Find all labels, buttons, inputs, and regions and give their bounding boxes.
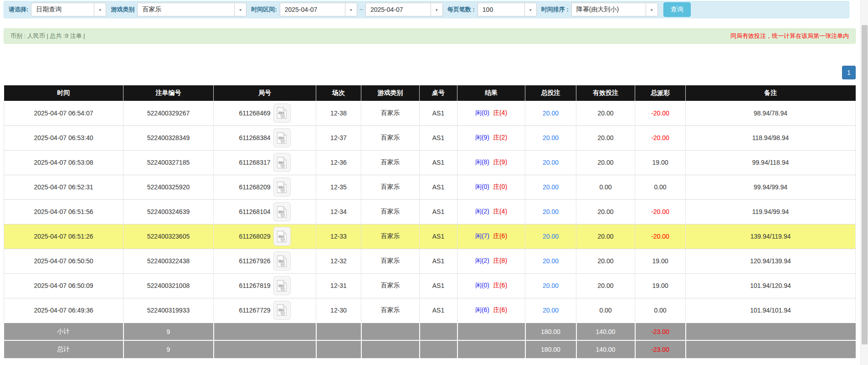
cell-table-no: AS1 <box>420 150 457 175</box>
result-player: 闲(8) <box>475 158 489 166</box>
chevron-down-icon: ▾ <box>234 3 246 16</box>
cell-remark: 98.94/78.94 <box>686 101 856 125</box>
cell-total-bet[interactable]: 20.00 <box>525 249 576 273</box>
round-number: 611267729 <box>239 307 270 314</box>
result-banker: 庄(6) <box>493 282 507 289</box>
summary-empty <box>457 323 525 340</box>
summary-bar: 币别 : 人民币 | 总共 :9 注单 | 同局有效投注，统一计算在该局第一张注… <box>4 28 856 44</box>
select-type-label: 请选择: <box>9 5 28 14</box>
summary-payout: -23.00 <box>635 323 686 340</box>
cell-game-type: 百家乐 <box>361 150 420 175</box>
cell-result: 闲(2) 庄(4) <box>457 199 525 224</box>
cell-bet-id: 522400325920 <box>123 175 214 199</box>
round-number: 611268384 <box>239 134 270 141</box>
table-row: 2025-04-07 06:49:36 522400319933 6112677… <box>4 298 856 323</box>
cell-time: 2025-04-07 06:50:09 <box>4 273 123 298</box>
header-remark: 备注 <box>686 85 856 101</box>
chevron-down-icon: ▾ <box>345 3 357 16</box>
cell-payout: -20.00 <box>635 224 686 249</box>
cell-bet-id: 522400319933 <box>123 298 214 323</box>
table-body: 2025-04-07 06:54:07 522400329267 6112684… <box>4 101 856 323</box>
summary-empty <box>420 340 457 358</box>
query-type-select[interactable]: 日期查询 ▾ <box>31 3 106 16</box>
cell-round: 611267819 <box>214 273 316 298</box>
header-payout: 总派彩 <box>635 85 686 101</box>
scrollbar-thumb[interactable] <box>862 25 868 344</box>
cell-payout: 19.00 <box>635 249 686 273</box>
result-player: 闲(0) <box>475 109 489 116</box>
cell-payout: 0.00 <box>635 298 686 323</box>
cell-bet-id: 522400321008 <box>123 273 214 298</box>
round-number: 611268469 <box>239 110 270 117</box>
video-file-icon <box>277 107 287 119</box>
summary-count: 9 <box>123 323 214 340</box>
summary-total-bet: 180.00 <box>525 340 576 358</box>
result-player: 闲(7) <box>475 232 489 240</box>
summary-row: 小计 9 180.00 140.00 -23.00 <box>4 323 856 340</box>
summary-total-bet: 180.00 <box>525 323 576 340</box>
cell-valid-bet: 20.00 <box>576 273 635 298</box>
cell-total-bet[interactable]: 20.00 <box>525 175 576 199</box>
per-page-value: 100 <box>478 6 524 13</box>
per-page-select[interactable]: 100 ▾ <box>478 3 537 16</box>
game-type-label: 游戏类别 <box>111 5 134 14</box>
result-banker: 庄(4) <box>493 109 507 116</box>
cell-total-bet[interactable]: 20.00 <box>525 224 576 249</box>
time-sort-select[interactable]: 降幂(由大到小) ▾ <box>571 3 658 16</box>
cell-remark: 101.94/120.94 <box>686 273 856 298</box>
cell-remark: 101.94/101.94 <box>686 298 856 323</box>
video-file-icon <box>277 181 287 193</box>
cell-total-bet[interactable]: 20.00 <box>525 273 576 298</box>
video-file-icon <box>277 132 287 144</box>
currency-total-text: 币别 : 人民币 | 总共 :9 注单 | <box>10 32 85 40</box>
cell-table-no: AS1 <box>420 298 457 323</box>
cell-valid-bet: 20.00 <box>576 224 635 249</box>
cell-result: 闲(9) 庄(2) <box>457 125 525 150</box>
pagination: 1 <box>4 66 856 79</box>
cell-round: 611268104 <box>214 199 316 224</box>
cell-total-bet[interactable]: 20.00 <box>525 101 576 125</box>
cell-valid-bet: 20.00 <box>576 125 635 150</box>
cell-game-type: 百家乐 <box>361 273 420 298</box>
cell-game-type: 百家乐 <box>361 101 420 125</box>
cell-total-bet[interactable]: 20.00 <box>525 199 576 224</box>
video-replay-button[interactable] <box>273 227 291 246</box>
cell-game-type: 百家乐 <box>361 125 420 150</box>
video-file-icon <box>277 156 287 169</box>
table-row: 2025-04-07 06:53:08 522400327185 6112683… <box>4 150 856 175</box>
vertical-scrollbar[interactable] <box>860 0 868 365</box>
cell-result: 闲(0) 庄(6) <box>457 273 525 298</box>
cell-total-bet[interactable]: 20.00 <box>525 298 576 323</box>
video-replay-button[interactable] <box>273 202 291 221</box>
cell-payout: -20.00 <box>635 199 686 224</box>
date-from-select[interactable]: 2025-04-07 ▾ <box>280 3 357 16</box>
header-valid-bet: 有效投注 <box>576 85 635 101</box>
bet-records-table: 时间 注单编号 局号 场次 游戏类别 桌号 结果 总投注 有效投注 总派彩 备注… <box>4 85 856 358</box>
time-sort-label: 时间排序 : <box>541 5 569 14</box>
game-type-select[interactable]: 百家乐 ▾ <box>137 3 247 16</box>
cell-time: 2025-04-07 06:49:36 <box>4 298 123 323</box>
cell-session: 12-33 <box>316 224 361 249</box>
cell-session: 12-30 <box>316 298 361 323</box>
page-1-button[interactable]: 1 <box>842 66 856 79</box>
summary-label: 小计 <box>4 323 123 340</box>
video-replay-button[interactable] <box>273 301 291 320</box>
video-replay-button[interactable] <box>273 251 291 271</box>
chevron-down-icon: ▾ <box>94 3 106 16</box>
summary-empty <box>457 340 525 358</box>
video-file-icon <box>277 304 287 316</box>
table-foot: 小计 9 180.00 140.00 -23.00 总计 9 180.00 14… <box>4 323 856 358</box>
cell-time: 2025-04-07 06:54:07 <box>4 101 123 125</box>
video-replay-button[interactable] <box>273 128 291 147</box>
video-replay-button[interactable] <box>273 153 291 172</box>
cell-total-bet[interactable]: 20.00 <box>525 125 576 150</box>
date-to-select[interactable]: 2025-04-07 ▾ <box>365 3 443 16</box>
cell-payout: 19.00 <box>635 273 686 298</box>
round-number: 611268209 <box>239 183 270 191</box>
query-button[interactable]: 查询 <box>663 2 691 17</box>
video-replay-button[interactable] <box>273 104 291 123</box>
video-replay-button[interactable] <box>273 177 291 197</box>
cell-total-bet[interactable]: 20.00 <box>525 150 576 175</box>
video-replay-button[interactable] <box>273 276 291 295</box>
summary-empty <box>686 323 856 340</box>
